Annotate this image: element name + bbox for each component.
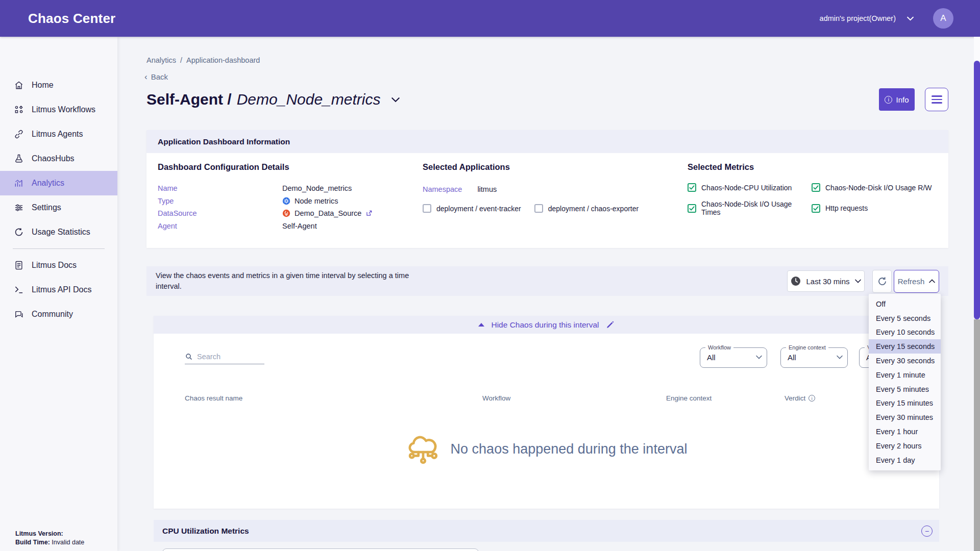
verdict-info-icon[interactable]: i (808, 395, 815, 402)
back-button[interactable]: ‹ Back (144, 72, 168, 81)
config-row-datasource: DataSource Demo_Data_Source (158, 207, 373, 220)
sidebar-item-label: Usage Statistics (32, 228, 90, 237)
column-verdict: Verdict i (785, 394, 815, 402)
scrollbar-thumb[interactable] (974, 61, 980, 319)
namespace-value: litmus (477, 185, 497, 193)
hide-chaos-toggle[interactable]: Hide Chaos during this interval (154, 316, 939, 334)
filter-value: All (788, 353, 796, 362)
menu-item-every-2-hours[interactable]: Every 2 hours (869, 439, 941, 453)
breadcrumb-analytics[interactable]: Analytics (146, 56, 176, 64)
refresh-icon (877, 276, 888, 287)
info-button-label: Info (896, 95, 909, 104)
metric-checkbox-cpu-utilization[interactable]: Chaos-Node-CPU Utilization (688, 183, 812, 192)
collapse-minus-icon[interactable]: − (921, 525, 933, 537)
sidebar-item-label: Litmus Workflows (32, 105, 95, 114)
menu-item-every-30-minutes[interactable]: Every 30 minutes (869, 410, 941, 424)
refresh-button-label: Refresh (898, 277, 925, 286)
sidebar-item-chaoshubs[interactable]: ChaosHubs (0, 146, 117, 171)
workflow-filter-select[interactable]: Workflow All (700, 347, 767, 368)
filter-label: Engine context (786, 344, 828, 350)
cpu-chart-placeholder (162, 548, 479, 551)
chevron-up-icon (929, 279, 935, 283)
hamburger-menu-button[interactable] (925, 88, 948, 111)
menu-item-every-1-minute[interactable]: Every 1 minute (869, 368, 941, 382)
edit-pencil-icon[interactable] (606, 320, 615, 329)
info-button[interactable]: i Info (879, 88, 915, 111)
panel-header: Application Dashboard Information (146, 130, 948, 153)
filter-value: All (707, 353, 716, 362)
time-interval-bar: View the chaos events and metrics in a g… (146, 266, 948, 296)
sidebar-item-litmus-docs[interactable]: Litmus Docs (0, 253, 117, 278)
project-selector[interactable]: admin's project(Owner) (820, 14, 896, 22)
page: Chaos Center admin's project(Owner) A Ho… (0, 0, 980, 551)
title-row: Self-Agent / Demo_Node_metrics i Info (146, 88, 948, 111)
triangle-up-icon (478, 323, 484, 327)
sidebar-item-label: Litmus Agents (32, 130, 83, 139)
filter-label: Workflow (705, 344, 733, 350)
metric-checkbox-disk-io-rw[interactable]: Chaos-Node-Disk I/O Usage R/W (812, 183, 936, 192)
engine-context-filter-select[interactable]: Engine context All (780, 347, 848, 368)
sidebar-item-label: Litmus API Docs (32, 285, 91, 294)
sidebar-item-litmus-api-docs[interactable]: Litmus API Docs (0, 278, 117, 302)
menu-item-off[interactable]: Off (869, 297, 941, 311)
metric-checkbox-http-requests[interactable]: Http requests (812, 200, 936, 216)
namespace-row: Namespace litmus (423, 185, 639, 193)
cloud-network-icon (406, 432, 440, 466)
metric-checkbox-disk-io-times[interactable]: Chaos-Node-Disk I/O Usage Times (688, 200, 812, 216)
sidebar-nav: Home Litmus Workflows Litmus Agents Chao… (0, 73, 117, 244)
menu-item-every-1-day[interactable]: Every 1 day (869, 453, 941, 467)
refresh-now-button[interactable] (872, 270, 892, 293)
menu-item-every-5-seconds[interactable]: Every 5 seconds (869, 311, 941, 325)
sidebar-item-label: ChaosHubs (32, 154, 75, 163)
app-title: Chaos Center (28, 11, 115, 27)
config-row-agent: Agent Self-Agent (158, 220, 373, 233)
build-time-value: Invalid date (52, 539, 84, 546)
sidebar: Home Litmus Workflows Litmus Agents Chao… (0, 37, 117, 551)
app-checkbox-chaos-exporter[interactable]: deployment / chaos-exporter (534, 204, 639, 213)
empty-state: No chaos happened during the interval (154, 432, 939, 466)
menu-item-every-5-minutes[interactable]: Every 5 minutes (869, 382, 941, 396)
applications-heading: Selected Applications (423, 162, 639, 172)
dashboard-configuration-details: Dashboard Configuration Details Name Dem… (158, 162, 373, 232)
refresh-interval-menu: Off Every 5 seconds Every 10 seconds Eve… (869, 294, 941, 470)
cpu-utilization-section-header: CPU Utilization Metrics − (154, 520, 939, 542)
time-range-label: Last 30 mins (806, 277, 849, 286)
menu-item-every-30-seconds[interactable]: Every 30 seconds (869, 354, 941, 368)
chevron-down-icon[interactable] (907, 16, 914, 21)
sidebar-item-analytics[interactable]: Analytics (0, 171, 117, 195)
time-range-button[interactable]: Last 30 mins (787, 270, 865, 292)
analytics-icon (14, 178, 24, 188)
namespace-label: Namespace (423, 185, 462, 193)
selected-metrics: Selected Metrics Chaos-Node-CPU Utilizat… (688, 162, 936, 216)
sidebar-item-litmus-agents[interactable]: Litmus Agents (0, 122, 117, 146)
sidebar-item-home[interactable]: Home (0, 73, 117, 97)
agents-icon (14, 129, 24, 139)
app-checkbox-event-tracker[interactable]: deployment / event-tracker (423, 204, 521, 213)
sidebar-item-litmus-workflows[interactable]: Litmus Workflows (0, 97, 117, 122)
terminal-icon (14, 285, 24, 295)
workflows-icon (14, 105, 24, 115)
refresh-interval-button[interactable]: Refresh (894, 270, 939, 293)
menu-item-every-15-seconds[interactable]: Every 15 seconds (869, 339, 941, 354)
info-icon: i (885, 96, 892, 104)
dashboard-switch-chevron-down-icon[interactable] (391, 97, 400, 103)
sidebar-item-settings[interactable]: Settings (0, 195, 117, 220)
search-field (185, 349, 264, 364)
sidebar-item-label: Home (32, 81, 54, 90)
sidebar-item-label: Community (32, 310, 73, 319)
breadcrumb-separator: / (180, 56, 182, 64)
menu-item-every-15-minutes[interactable]: Every 15 minutes (869, 396, 941, 411)
menu-item-every-10-seconds[interactable]: Every 10 seconds (869, 325, 941, 340)
cpu-section-title: CPU Utilization Metrics (162, 527, 249, 536)
usage-icon (14, 227, 24, 237)
node-metrics-icon (282, 197, 290, 205)
sidebar-divider (13, 248, 105, 249)
external-link-icon[interactable] (365, 210, 373, 217)
sidebar-item-community[interactable]: Community (0, 302, 117, 327)
sidebar-item-usage-statistics[interactable]: Usage Statistics (0, 220, 117, 244)
search-input[interactable] (197, 353, 256, 361)
version-info: Litmus Version: Build Time: Invalid date (15, 530, 84, 547)
avatar[interactable]: A (933, 8, 953, 29)
menu-item-every-1-hour[interactable]: Every 1 hour (869, 424, 941, 439)
clock-icon (791, 276, 801, 286)
